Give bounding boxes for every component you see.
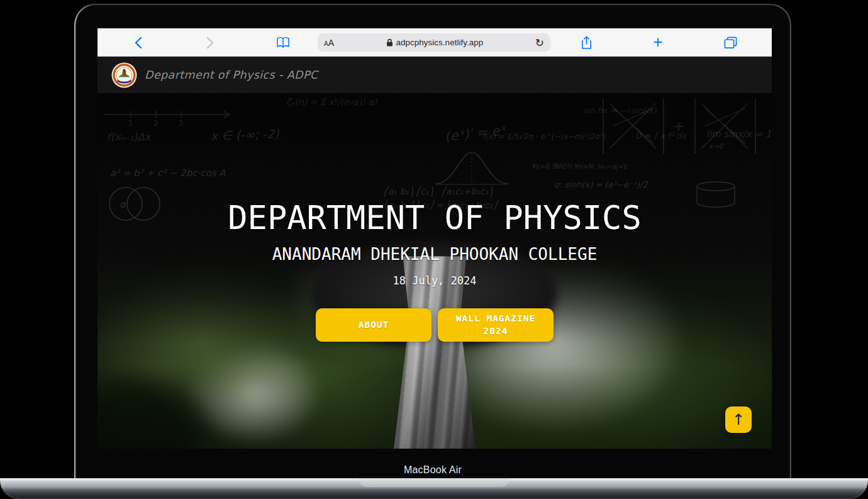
safari-toolbar: AA adpcphysics.netlify.app ↻ [97, 28, 772, 57]
chalk-bell-curve [434, 149, 509, 186]
chevron-right-icon [206, 36, 214, 49]
wall-magazine-button-label: WALL MAGAZINE 2024 [454, 313, 537, 337]
hero-text-block: DEPARTMENT OF PHYSICS ANANDARAM DHEKIAL … [97, 199, 772, 287]
svg-text:+: + [673, 118, 684, 134]
macbook-mockup: AA adpcphysics.netlify.app ↻ [0, 0, 868, 499]
book-icon [276, 36, 290, 48]
forward-button[interactable] [201, 28, 220, 57]
chalk-formula: a² = b² + c² − 2bc·cos A [110, 167, 226, 179]
hero-buttons-row: ABOUT WALL MAGAZINE 2024 [97, 308, 772, 342]
chalk-number-line: 1 2 3 [103, 102, 235, 127]
chalk-formula: x ∈ (-∞; -2) [211, 126, 279, 143]
address-bar[interactable]: AA adpcphysics.netlify.app ↻ [318, 33, 550, 52]
laptop-base [0, 478, 868, 499]
college-logo[interactable] [111, 62, 137, 88]
about-button-label: ABOUT [332, 319, 415, 332]
chalk-formula: f(xₙ₋₁)Δx [107, 131, 150, 143]
url-text: adpcphysics.netlify.app [396, 38, 484, 47]
hero-subtitle: ANANDARAM DHEKIAL PHOOKAN COLLEGE [97, 245, 772, 264]
chalk-determinant-stars: + [601, 96, 767, 156]
back-button[interactable] [129, 28, 148, 57]
share-button[interactable] [577, 28, 596, 57]
tabs-overview-button[interactable] [721, 28, 740, 57]
site-header: Department of Physics - ADPC [97, 57, 772, 93]
chalk-formula: f(x) = 1/5√2π · e^(−(x−m)²/2σ²) [482, 132, 606, 141]
site-title[interactable]: Department of Physics - ADPC [145, 69, 318, 81]
text-size-button[interactable]: AA [324, 38, 334, 48]
arrow-up-icon: ↑ [732, 411, 745, 429]
college-seal-icon [111, 62, 137, 88]
plus-icon: + [653, 34, 663, 51]
device-label: MacBook Air [74, 464, 791, 476]
scroll-to-top-button[interactable]: ↑ [725, 406, 752, 433]
about-button[interactable]: ABOUT [316, 308, 431, 342]
browser-screen: AA adpcphysics.netlify.app ↻ [97, 28, 772, 449]
reload-button[interactable]: ↻ [535, 36, 544, 49]
svg-text:2: 2 [153, 119, 159, 127]
chalk-formula: ⎛a₁ b₁⎞ ⎛c₁⎞ ⎛a₁c₁+b₁c₂⎞ [384, 186, 492, 196]
svg-text:3: 3 [179, 119, 184, 127]
chevron-left-icon [135, 36, 142, 49]
tabs-icon [724, 36, 737, 49]
new-tab-button[interactable]: + [648, 28, 667, 57]
lock-icon [386, 38, 393, 47]
wall-magazine-button[interactable]: WALL MAGAZINE 2024 [438, 308, 554, 342]
chalk-formula: ∀ε>0 ∃N∈ℕ ∀n>N: |xₙ−a|<ε [531, 162, 627, 170]
chalk-formula: σ: sinh(x) = (eˣ−e⁻ˣ)/2 [554, 180, 648, 189]
hero-title: DEPARTMENT OF PHYSICS [97, 199, 772, 237]
laptop-base-notch [359, 478, 509, 487]
share-icon [581, 36, 592, 50]
hero-section: ζₑ(n) = Σ xᵏ/(n-α)!·α! f(xₙ₋₁)Δx x ∈ (-∞… [97, 93, 772, 449]
bookmarks-button[interactable] [274, 28, 292, 57]
laptop-lid: AA adpcphysics.netlify.app ↻ [74, 4, 791, 479]
chalk-formula: ζₑ(n) = Σ xᵏ/(n-α)!·α! [286, 97, 377, 107]
svg-text:1: 1 [128, 119, 133, 127]
hero-date: 18 July, 2024 [97, 274, 772, 287]
